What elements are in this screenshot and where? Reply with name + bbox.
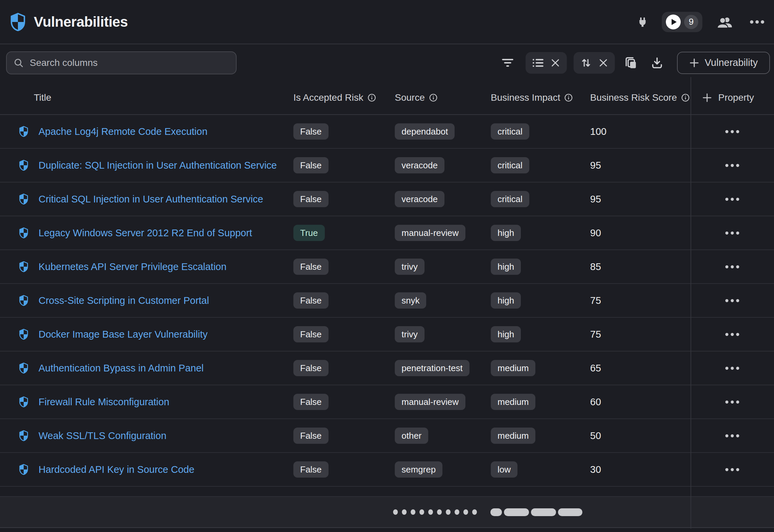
row-actions-ellipsis-icon[interactable] — [721, 125, 744, 138]
row-actions-ellipsis-icon[interactable] — [721, 362, 744, 374]
vulnerability-title-link[interactable]: Authentication Bypass in Admin Panel — [39, 363, 203, 373]
column-header-source[interactable]: Source — [395, 92, 491, 103]
is-accepted-risk-badge: False — [293, 461, 329, 478]
toolbar: Vulnerability — [0, 44, 774, 81]
close-icon[interactable] — [599, 58, 608, 68]
vulnerability-title-link[interactable]: Duplicate: SQL Injection in User Authent… — [39, 160, 277, 171]
is-accepted-risk-badge: False — [293, 428, 329, 444]
business-impact-badge: critical — [491, 191, 529, 207]
vulnerability-title-link[interactable]: Apache Log4j Remote Code Execution — [39, 126, 208, 137]
filter-icon[interactable] — [501, 57, 514, 68]
business-risk-score-value: 50 — [590, 430, 691, 441]
info-icon[interactable] — [367, 93, 376, 102]
row-shield-cell — [0, 160, 34, 171]
shield-icon — [19, 329, 28, 340]
appbar-actions: 9 — [637, 12, 765, 32]
columns-list-button[interactable] — [526, 52, 567, 74]
close-icon[interactable] — [551, 58, 560, 68]
row-shield-cell — [0, 464, 34, 475]
business-risk-score-value: 95 — [590, 160, 691, 171]
row-actions-ellipsis-icon[interactable] — [721, 193, 744, 205]
row-actions-ellipsis-icon[interactable] — [721, 396, 744, 408]
shield-icon — [19, 194, 28, 204]
business-impact-badge: high — [491, 225, 521, 241]
table-row[interactable]: Docker Image Base Layer Vulnerability Fa… — [0, 318, 774, 352]
column-header-business-risk-score[interactable]: Business Risk Score — [590, 92, 691, 103]
is-accepted-risk-badge: False — [293, 259, 329, 275]
search-input[interactable] — [30, 57, 229, 68]
row-actions-ellipsis-icon[interactable] — [721, 227, 744, 239]
info-icon[interactable] — [681, 93, 690, 102]
business-impact-badge: medium — [491, 360, 535, 376]
row-shield-cell — [0, 295, 34, 306]
sort-arrows-icon — [580, 57, 592, 69]
skeleton-dot — [428, 509, 433, 515]
users-icon[interactable] — [717, 15, 733, 29]
skeleton-dot — [402, 509, 407, 515]
add-vulnerability-label: Vulnerability — [705, 57, 758, 68]
search-box[interactable] — [6, 51, 237, 74]
row-actions-ellipsis-icon[interactable] — [721, 430, 744, 442]
shield-icon — [19, 464, 28, 475]
row-actions-ellipsis-icon[interactable] — [721, 159, 744, 172]
business-risk-score-value: 100 — [590, 126, 691, 137]
table-row[interactable]: Authentication Bypass in Admin Panel Fal… — [0, 352, 774, 385]
run-count-badge: 9 — [684, 15, 698, 29]
row-actions-ellipsis-icon[interactable] — [721, 463, 744, 476]
is-accepted-risk-badge: False — [293, 157, 329, 173]
vulnerability-title-link[interactable]: Docker Image Base Layer Vulnerability — [39, 329, 208, 340]
table-row[interactable]: Duplicate: SQL Injection in User Authent… — [0, 149, 774, 183]
shield-icon — [19, 261, 28, 272]
table-row[interactable]: Firewall Rule Misconfiguration False man… — [0, 385, 774, 419]
business-impact-badge: high — [491, 292, 521, 309]
vulnerability-title-link[interactable]: Weak SSL/TLS Configuration — [39, 430, 166, 441]
is-accepted-risk-badge: False — [293, 360, 329, 376]
row-shield-cell — [0, 126, 34, 137]
business-impact-badge: critical — [491, 157, 529, 173]
skeleton-dot — [419, 509, 424, 515]
table-row[interactable]: Kubernetes API Server Privilege Escalati… — [0, 250, 774, 284]
add-property-button[interactable]: Property — [691, 92, 774, 103]
property-column-label: Property — [718, 92, 754, 103]
business-risk-score-value: 75 — [590, 295, 691, 306]
row-actions-ellipsis-icon[interactable] — [721, 261, 744, 273]
source-badge: veracode — [395, 191, 444, 207]
skeleton-dot — [446, 509, 451, 515]
business-risk-score-value: 30 — [590, 464, 691, 475]
column-header-title[interactable]: Title — [34, 92, 293, 103]
vulnerability-title-link[interactable]: Firewall Rule Misconfiguration — [39, 396, 169, 407]
download-icon[interactable] — [651, 56, 663, 69]
column-header-label: Title — [34, 92, 51, 103]
column-header-is-accepted-risk[interactable]: Is Accepted Risk — [293, 92, 395, 103]
table-row[interactable]: Critical SQL Injection in User Authentic… — [0, 183, 774, 216]
run-button[interactable]: 9 — [662, 12, 702, 32]
table-row[interactable]: Apache Log4j Remote Code Execution False… — [0, 115, 774, 149]
add-vulnerability-button[interactable]: Vulnerability — [677, 52, 770, 74]
copy-icon[interactable] — [624, 56, 638, 70]
skeleton-dot — [455, 509, 459, 515]
vulnerability-title-link[interactable]: Critical SQL Injection in User Authentic… — [39, 194, 263, 204]
row-shield-cell — [0, 396, 34, 407]
column-header-label: Source — [395, 92, 425, 103]
more-icon[interactable] — [750, 20, 765, 24]
table-row[interactable]: Legacy Windows Server 2012 R2 End of Sup… — [0, 216, 774, 250]
vulnerability-title-link[interactable]: Legacy Windows Server 2012 R2 End of Sup… — [39, 227, 252, 238]
row-actions-ellipsis-icon[interactable] — [721, 328, 744, 341]
plug-icon[interactable] — [637, 16, 648, 28]
sort-button[interactable] — [574, 52, 615, 74]
column-header-business-impact[interactable]: Business Impact — [491, 92, 590, 103]
row-shield-cell — [0, 430, 34, 441]
info-icon[interactable] — [564, 93, 573, 102]
table-row[interactable]: Cross-Site Scripting in Customer Portal … — [0, 284, 774, 318]
skeleton-dot — [472, 509, 477, 515]
skeleton-pill — [531, 508, 556, 516]
table-row[interactable]: Weak SSL/TLS Configuration False other m… — [0, 419, 774, 453]
vulnerability-title-link[interactable]: Kubernetes API Server Privilege Escalati… — [39, 261, 226, 272]
vulnerability-title-link[interactable]: Cross-Site Scripting in Customer Portal — [39, 295, 209, 306]
table-row[interactable]: Hardcoded API Key in Source Code False s… — [0, 453, 774, 487]
vulnerability-title-link[interactable]: Hardcoded API Key in Source Code — [39, 464, 194, 475]
info-icon[interactable] — [429, 93, 438, 102]
business-impact-badge: low — [491, 461, 517, 478]
row-actions-ellipsis-icon[interactable] — [721, 294, 744, 307]
source-badge: semgrep — [395, 461, 442, 478]
